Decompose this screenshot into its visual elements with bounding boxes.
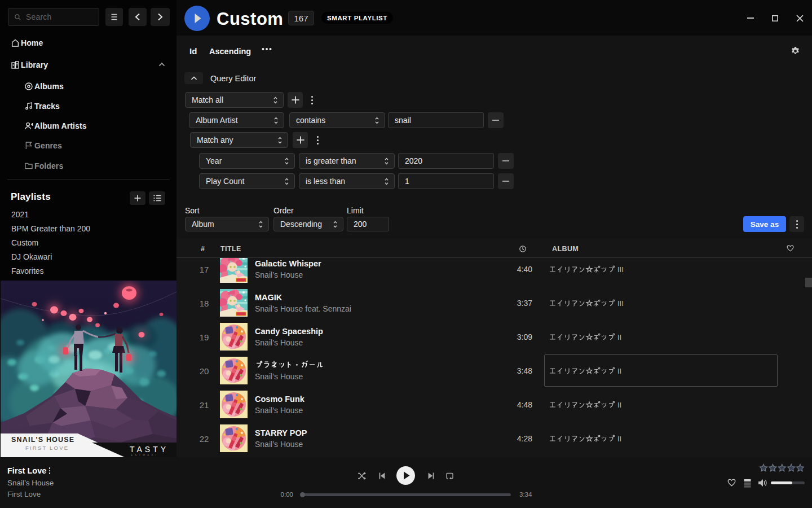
svg-text:ESTMAXI: ESTMAXI [131, 454, 158, 457]
svg-text:SNAIL'S HOUSE: SNAIL'S HOUSE [11, 436, 74, 444]
svg-text:TASTY: TASTY [130, 445, 169, 454]
svg-text:FIRST LOVE: FIRST LOVE [25, 445, 69, 451]
